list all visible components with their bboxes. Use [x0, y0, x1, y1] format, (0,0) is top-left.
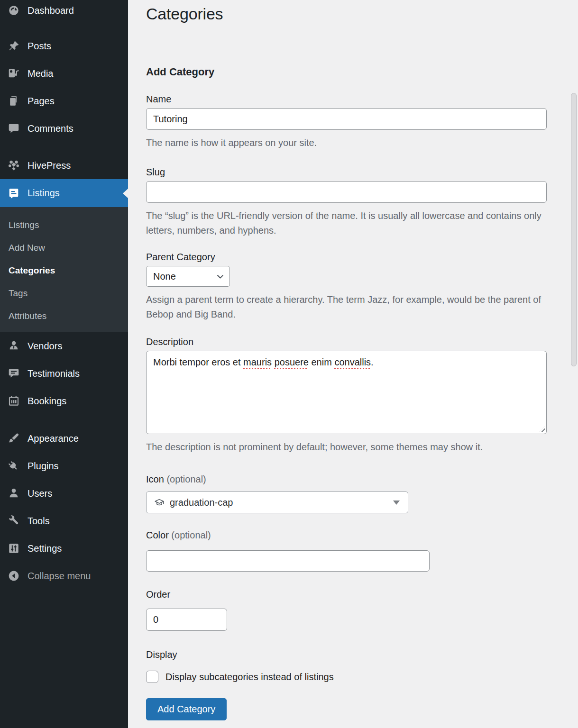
- sidebar-item-collapse-menu[interactable]: Collapse menu: [0, 562, 128, 590]
- description-help: The description is not prominent by defa…: [146, 440, 548, 455]
- icon-optional-hint: (optional): [166, 474, 206, 484]
- page-title: Categories: [146, 5, 578, 23]
- parent-category-select[interactable]: None: [146, 266, 230, 287]
- name-help: The name is how it appears on your site.: [146, 136, 548, 150]
- description-textarea[interactable]: Morbi tempor eros et mauris posuere enim…: [146, 351, 547, 434]
- add-category-button[interactable]: Add Category: [146, 698, 227, 720]
- sidebar-item-label: Plugins: [28, 461, 59, 472]
- sidebar-item-hivepress[interactable]: HivePress: [0, 152, 128, 179]
- listings-submenu: ListingsAdd NewCategoriesTagsAttributes: [0, 207, 128, 332]
- parent-category-label: Parent Category: [146, 251, 578, 263]
- pages-icon: [8, 95, 20, 107]
- display-label: Display: [146, 649, 578, 660]
- wrench-icon: [8, 515, 20, 527]
- sidebar-item-media[interactable]: Media: [0, 60, 128, 87]
- sidebar-item-label: Appearance: [28, 433, 79, 444]
- sidebar-item-label: Pages: [28, 96, 55, 107]
- sidebar-item-label: Collapse menu: [28, 571, 91, 582]
- sidebar-item-bookings[interactable]: Bookings: [0, 387, 128, 415]
- sidebar-item-label: Comments: [28, 123, 73, 134]
- sidebar-item-dashboard[interactable]: Dashboard: [0, 0, 128, 21]
- sidebar-item-comments[interactable]: Comments: [0, 115, 128, 142]
- parent-category-help: Assign a parent term to create a hierarc…: [146, 292, 548, 322]
- description-label: Description: [146, 336, 578, 347]
- name-input[interactable]: [146, 108, 547, 130]
- sidebar-item-listings[interactable]: Listings: [0, 179, 128, 207]
- description-text: Morbi tempor eros et mauris posuere enim…: [153, 357, 374, 367]
- sidebar-item-label: Users: [28, 488, 52, 499]
- sidebar-item-label: Dashboard: [28, 5, 74, 16]
- sidebar-item-appearance[interactable]: Appearance: [0, 425, 128, 452]
- parent-category-value: None: [153, 271, 176, 282]
- page-scrollbar-thumb[interactable]: [571, 93, 577, 366]
- dropdown-arrow-icon: [393, 500, 400, 505]
- sidebar-item-label: Tools: [28, 516, 50, 527]
- submenu-item-add-new[interactable]: Add New: [0, 237, 128, 259]
- sidebar-item-label: Listings: [28, 188, 60, 199]
- sidebar-item-posts[interactable]: Posts: [0, 32, 128, 60]
- pushpin-icon: [8, 40, 20, 52]
- submenu-item-categories[interactable]: Categories: [0, 259, 128, 282]
- add-category-heading: Add Category: [146, 66, 578, 78]
- plugin-icon: [8, 460, 20, 472]
- sidebar-item-label: Media: [28, 68, 53, 79]
- listings-icon: [8, 187, 20, 200]
- submenu-item-tags[interactable]: Tags: [0, 282, 128, 305]
- sidebar-item-settings[interactable]: Settings: [0, 535, 128, 562]
- color-label: Color (optional): [146, 529, 578, 541]
- submenu-item-attributes[interactable]: Attributes: [0, 305, 128, 328]
- icon-select[interactable]: graduation-cap: [146, 491, 408, 513]
- sidebar-item-users[interactable]: Users: [0, 480, 128, 507]
- testimonials-icon: [8, 367, 20, 380]
- admin-sidebar: DashboardPostsMediaPagesCommentsHivePres…: [0, 0, 128, 728]
- users-icon: [8, 487, 20, 500]
- display-subcategories-label[interactable]: Display subcategories instead of listing…: [165, 672, 334, 682]
- graduation-cap-icon: [154, 497, 165, 508]
- slug-input[interactable]: [146, 181, 547, 203]
- submenu-item-listings[interactable]: Listings: [0, 214, 128, 237]
- sidebar-item-vendors[interactable]: Vendors: [0, 332, 128, 360]
- color-optional-hint: (optional): [171, 530, 211, 540]
- sidebar-item-pages[interactable]: Pages: [0, 87, 128, 115]
- calendar-icon: [8, 395, 20, 407]
- menu-separator: [0, 142, 128, 152]
- main-content: Categories Add Category Name The name is…: [128, 0, 578, 728]
- menu-separator: [0, 415, 128, 425]
- sidebar-item-tools[interactable]: Tools: [0, 507, 128, 535]
- color-input[interactable]: [146, 550, 430, 572]
- order-input[interactable]: [146, 609, 227, 631]
- icon-select-value: graduation-cap: [170, 497, 233, 508]
- comments-icon: [8, 122, 20, 135]
- name-label: Name: [146, 93, 578, 105]
- sidebar-item-label: Posts: [28, 41, 51, 52]
- chevron-down-icon: [217, 274, 224, 279]
- sidebar-item-testimonials[interactable]: Testimonials: [0, 360, 128, 387]
- order-label: Order: [146, 589, 578, 600]
- media-icon: [8, 67, 20, 80]
- hivepress-icon: [8, 159, 20, 172]
- menu-separator: [0, 21, 128, 32]
- resize-handle[interactable]: [539, 426, 545, 432]
- sidebar-item-label: Vendors: [28, 341, 62, 352]
- sidebar-item-plugins[interactable]: Plugins: [0, 452, 128, 480]
- display-subcategories-checkbox[interactable]: [146, 671, 158, 683]
- settings-icon: [8, 542, 20, 555]
- dashboard-icon: [8, 4, 20, 17]
- sidebar-item-label: HivePress: [28, 160, 71, 171]
- brush-icon: [8, 432, 20, 445]
- icon-label: Icon (optional): [146, 473, 578, 485]
- slug-help: The “slug” is the URL-friendly version o…: [146, 209, 548, 238]
- sidebar-item-label: Testimonials: [28, 368, 80, 379]
- collapse-arrow-icon: [8, 570, 20, 582]
- sidebar-item-label: Bookings: [28, 396, 66, 407]
- slug-label: Slug: [146, 166, 578, 178]
- sidebar-item-label: Settings: [28, 543, 62, 554]
- vendor-person-icon: [8, 340, 20, 352]
